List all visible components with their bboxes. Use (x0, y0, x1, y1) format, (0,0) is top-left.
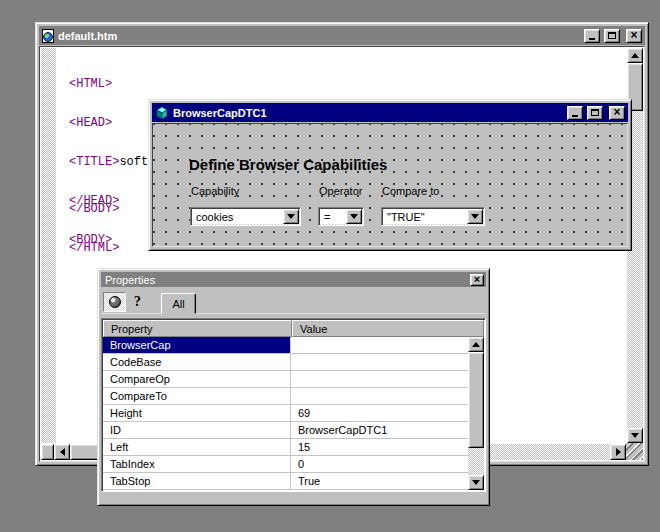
html-tag: </BODY> (69, 202, 119, 216)
scroll-up-button[interactable] (627, 48, 643, 63)
property-rows: BrowserCap CodeBase CompareOp CompareTo (103, 337, 468, 490)
value-cell[interactable]: True (291, 473, 468, 489)
dtc-window: BrowserCapDTC1 Define Browser Capabiliti… (148, 99, 632, 251)
table-row[interactable]: CodeBase (103, 354, 468, 371)
minimize-button[interactable] (584, 29, 600, 43)
chevron-down-icon (287, 214, 295, 219)
value-column-header[interactable]: Value (292, 320, 484, 337)
value-cell[interactable] (291, 337, 468, 353)
code-line: </HTML> (69, 242, 127, 255)
close-button[interactable] (609, 106, 625, 120)
dtc-window-title: BrowserCapDTC1 (173, 107, 563, 119)
combobox-value: cookies (191, 211, 283, 223)
properties-toolbar: All (101, 287, 486, 314)
arrow-right-icon (616, 448, 621, 456)
minimize-button[interactable] (567, 106, 583, 120)
combobox-value: "TRUE" (382, 211, 467, 223)
code-area[interactable]: </BODY> </HTML> (69, 177, 127, 281)
desktop: default.htm <HTML> <HEAD> <TITLE>softwin… (0, 0, 660, 532)
chevron-down-icon (350, 214, 358, 219)
maximize-icon (591, 109, 599, 116)
operator-label: Operator (319, 185, 362, 197)
value-cell[interactable] (291, 354, 468, 370)
table-row[interactable]: TabStop True (103, 473, 468, 490)
capability-combobox[interactable]: cookies (190, 207, 301, 226)
resize-grip[interactable] (626, 443, 643, 460)
html-tag: </HTML> (69, 241, 119, 255)
grid-scroll-thumb[interactable] (468, 352, 484, 448)
help-button[interactable] (126, 292, 149, 312)
scroll-down-button[interactable] (468, 475, 484, 490)
grid-body: BrowserCap CodeBase CompareOp CompareTo (103, 337, 484, 490)
property-cell[interactable]: TabStop (103, 473, 291, 489)
scroll-down-button[interactable] (627, 428, 643, 443)
value-cell[interactable] (291, 388, 468, 404)
combobox-dropdown-button[interactable] (467, 209, 483, 224)
property-cell[interactable]: Left (103, 439, 291, 455)
property-cell[interactable]: Height (103, 405, 291, 421)
property-cell[interactable]: ID (103, 422, 291, 438)
editor-titlebar[interactable]: default.htm (39, 26, 645, 45)
value-cell[interactable]: 69 (291, 405, 468, 421)
scroll-up-button[interactable] (468, 337, 484, 352)
property-cell[interactable]: CodeBase (103, 354, 291, 370)
operator-combobox[interactable]: = (318, 207, 364, 226)
compare-to-combobox[interactable]: "TRUE" (381, 207, 485, 226)
dtc-heading: Define Browser Capabilities (189, 156, 387, 173)
scroll-left-button[interactable] (54, 444, 70, 460)
property-cell[interactable]: CompareOp (103, 371, 291, 387)
minimize-icon (572, 115, 578, 117)
properties-window-title: Properties (105, 274, 470, 286)
combobox-dropdown-button[interactable] (283, 209, 299, 224)
close-button[interactable] (626, 29, 642, 43)
editor-gutter (41, 48, 56, 443)
arrow-up-icon (631, 53, 639, 58)
html-tag: <HEAD> (69, 116, 112, 130)
grid-vertical-scrollbar[interactable] (468, 337, 484, 490)
table-row[interactable]: CompareOp (103, 371, 468, 388)
control-cube-icon (155, 106, 169, 120)
minimize-icon (589, 38, 595, 40)
object-view-button[interactable] (103, 292, 126, 312)
properties-titlebar[interactable]: Properties (101, 272, 486, 287)
table-row[interactable]: BrowserCap (103, 337, 468, 354)
html-file-icon (42, 29, 54, 43)
table-row[interactable]: ID BrowserCapDTC1 (103, 422, 468, 439)
compare-to-label: Compare to (382, 185, 439, 197)
properties-window: Properties All Property Value BrowserCap (97, 268, 490, 506)
table-row[interactable]: Left 15 (103, 439, 468, 456)
properties-close-button[interactable] (470, 274, 484, 286)
property-column-header[interactable]: Property (103, 320, 292, 337)
horizontal-scroll-thumb[interactable] (70, 444, 100, 460)
capability-label: Capability (191, 185, 239, 197)
grid-header: Property Value (102, 319, 485, 337)
combobox-value: = (319, 211, 346, 223)
maximize-icon (608, 32, 616, 39)
scroll-right-button[interactable] (610, 444, 626, 460)
maximize-button[interactable] (587, 106, 603, 120)
dtc-design-surface[interactable]: Define Browser Capabilities Capability O… (152, 123, 628, 247)
arrow-up-icon (472, 342, 480, 347)
combobox-dropdown-button[interactable] (346, 209, 362, 224)
tab-all[interactable]: All (161, 293, 196, 314)
editor-window-title: default.htm (58, 30, 580, 42)
value-cell[interactable] (291, 371, 468, 387)
globe-icon (109, 296, 121, 308)
html-tag: <TITLE> (69, 155, 119, 169)
table-row[interactable]: TabIndex 0 (103, 456, 468, 473)
globe-icon (43, 32, 53, 42)
property-cell[interactable]: CompareTo (103, 388, 291, 404)
value-cell[interactable]: 15 (291, 439, 468, 455)
property-cell[interactable]: TabIndex (103, 456, 291, 472)
value-cell[interactable]: BrowserCapDTC1 (291, 422, 468, 438)
code-line: <HTML> (69, 78, 263, 91)
value-cell[interactable]: 0 (291, 456, 468, 472)
maximize-button[interactable] (604, 29, 620, 43)
chevron-down-icon (471, 214, 479, 219)
table-row[interactable]: CompareTo (103, 388, 468, 405)
dtc-titlebar[interactable]: BrowserCapDTC1 (152, 103, 628, 122)
property-grid: Property Value BrowserCap CodeBase Compa… (101, 318, 486, 492)
table-row[interactable]: Height 69 (103, 405, 468, 422)
property-cell[interactable]: BrowserCap (103, 337, 291, 353)
pane-splitter-button[interactable] (41, 444, 54, 460)
